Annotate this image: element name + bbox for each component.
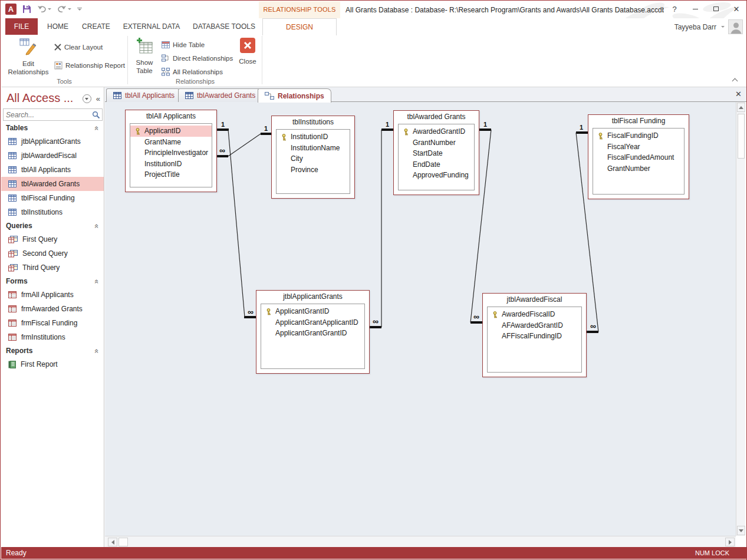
nav-item[interactable]: Second Query bbox=[1, 246, 104, 261]
scroll-left-button[interactable] bbox=[108, 538, 117, 546]
field-row[interactable]: ApplicantGrantID bbox=[264, 306, 362, 317]
nav-item[interactable]: frmAwarded Grants bbox=[1, 302, 104, 316]
help-button[interactable]: ? bbox=[667, 3, 682, 15]
nav-item[interactable]: tblAll Applicants bbox=[1, 163, 104, 177]
field-row[interactable]: ProjectTitle bbox=[133, 169, 209, 180]
nav-item[interactable]: tblInstitutions bbox=[1, 205, 104, 219]
doc-tab-tblall-applicants[interactable]: tblAll Applicants bbox=[106, 88, 182, 102]
tab-create[interactable]: CREATE bbox=[77, 18, 116, 35]
tab-design[interactable]: DESIGN bbox=[262, 18, 337, 35]
direct-relationships-button[interactable]: Direct Relationships bbox=[162, 52, 233, 65]
nav-menu-icon[interactable] bbox=[83, 94, 91, 103]
field-row[interactable]: City bbox=[279, 153, 347, 164]
field-row[interactable]: InstitutionID bbox=[279, 131, 347, 143]
nav-item[interactable]: Third Query bbox=[1, 261, 104, 275]
redo-dropdown-caret[interactable] bbox=[68, 8, 71, 10]
diagram-table-jtblapplicantgrants[interactable]: jtblApplicantGrants ApplicantGrantID App… bbox=[256, 290, 370, 374]
nav-item[interactable]: jtblApplicantGrants bbox=[1, 134, 104, 149]
tab-file[interactable]: FILE bbox=[5, 18, 38, 35]
edit-relationships-button[interactable]: Edit Relationships bbox=[5, 36, 52, 78]
doc-tab-relationships[interactable]: Relationships bbox=[258, 88, 331, 103]
diagram-table-tblinstitutions[interactable]: tblInstitutions InstitutionID Institutio… bbox=[271, 116, 355, 199]
form-icon bbox=[8, 319, 17, 327]
tab-external-data[interactable]: EXTERNAL DATA bbox=[119, 18, 184, 35]
clear-layout-button[interactable]: Clear Layout bbox=[54, 41, 103, 54]
nav-item[interactable]: First Report bbox=[1, 357, 104, 371]
vertical-scroll-thumb[interactable] bbox=[738, 114, 745, 159]
relationship-report-button[interactable]: Relationship Report bbox=[54, 59, 125, 72]
field-row[interactable]: FiscalYear bbox=[595, 141, 682, 153]
field-row[interactable]: GrantName bbox=[133, 137, 209, 148]
field-name: ApplicantGrantApplicantID bbox=[275, 318, 358, 327]
customize-qat-button[interactable] bbox=[77, 8, 82, 11]
collapse-group-icon[interactable]: « bbox=[93, 223, 101, 228]
field-row[interactable]: AwardedFiscalID bbox=[490, 309, 579, 320]
field-row[interactable]: AwardedGrantID bbox=[401, 126, 472, 137]
field-row[interactable]: ApprovedFunding bbox=[401, 170, 472, 181]
tab-database-tools[interactable]: DATABASE TOOLS bbox=[189, 18, 259, 35]
user-dropdown-caret[interactable] bbox=[721, 26, 725, 28]
field-row[interactable]: StartDate bbox=[401, 148, 472, 159]
nav-item[interactable]: tblFiscal Funding bbox=[1, 191, 104, 205]
field-row[interactable]: ApplicantID bbox=[130, 126, 212, 137]
field-row[interactable]: FiscalFundingID bbox=[595, 130, 682, 141]
close-button[interactable]: Close bbox=[235, 36, 261, 78]
diagram-table-jtblawardedfiscal[interactable]: jtblAwardedFiscal AwardedFiscalID AFAwar… bbox=[482, 293, 587, 377]
hide-table-button[interactable]: Hide Table bbox=[162, 38, 205, 51]
field-row[interactable]: ApplicantGrantApplicantID bbox=[264, 317, 362, 328]
collapse-ribbon-button[interactable] bbox=[732, 77, 738, 83]
access-app-icon[interactable]: A bbox=[5, 4, 17, 15]
avatar[interactable] bbox=[728, 19, 743, 34]
field-row[interactable]: ApplicantGrantGrantID bbox=[264, 328, 362, 339]
field-row[interactable]: InstitutionName bbox=[279, 143, 347, 154]
nav-group-tables[interactable]: Tables « bbox=[1, 121, 104, 134]
nav-item-selected[interactable]: tblAwarded Grants bbox=[1, 177, 104, 191]
nav-item[interactable]: jtblAwardedFiscal bbox=[1, 149, 104, 163]
close-document-icon[interactable]: ✕ bbox=[735, 90, 742, 98]
minimize-button[interactable] bbox=[687, 3, 703, 15]
scroll-down-button[interactable] bbox=[737, 526, 745, 535]
field-row[interactable]: AFFiscalFundingID bbox=[490, 331, 579, 342]
tab-home[interactable]: HOME bbox=[42, 18, 73, 35]
diagram-table-tblawarded-grants[interactable]: tblAwarded Grants AwardedGrantID GrantNu… bbox=[393, 110, 479, 195]
field-row[interactable]: PrincipleInvestigator bbox=[133, 147, 209, 159]
shutter-bar-close-icon[interactable]: « bbox=[96, 95, 100, 103]
field-row[interactable]: AFAwardedGrantID bbox=[490, 320, 579, 331]
undo-button[interactable] bbox=[37, 5, 51, 13]
field-row[interactable]: GrantNumber bbox=[401, 137, 472, 149]
nav-item[interactable]: frmInstitutions bbox=[1, 330, 104, 344]
save-button[interactable] bbox=[22, 5, 31, 14]
account-area[interactable]: Tayyeba Darr bbox=[674, 19, 743, 34]
field-row[interactable]: FiscalFundedAmount bbox=[595, 152, 682, 163]
collapse-group-icon[interactable]: « bbox=[93, 279, 101, 283]
diagram-table-tblfiscal-funding[interactable]: tblFiscal Funding FiscalFundingID Fiscal… bbox=[588, 114, 689, 199]
nav-group-queries[interactable]: Queries « bbox=[1, 219, 104, 232]
field-row[interactable]: GrantNumber bbox=[595, 163, 682, 174]
diagram-table-tblall-applicants[interactable]: tblAll Applicants ApplicantID GrantName … bbox=[125, 110, 217, 192]
nav-item[interactable]: frmAll Applicants bbox=[1, 288, 104, 302]
vertical-scrollbar[interactable] bbox=[736, 102, 745, 536]
collapse-group-icon[interactable]: « bbox=[93, 348, 101, 353]
all-relationships-button[interactable]: All Relationships bbox=[162, 65, 223, 78]
nav-group-forms[interactable]: Forms « bbox=[1, 275, 104, 288]
close-window-button[interactable]: ✕ bbox=[729, 3, 744, 15]
horizontal-scrollbar[interactable] bbox=[105, 536, 736, 548]
maximize-button[interactable] bbox=[708, 3, 723, 15]
collapse-group-icon[interactable]: « bbox=[93, 126, 101, 130]
field-row[interactable]: InstitutionID bbox=[133, 159, 209, 170]
search-icon[interactable] bbox=[92, 111, 100, 119]
field-row[interactable]: Province bbox=[279, 164, 347, 176]
field-row[interactable]: EndDate bbox=[401, 159, 472, 170]
redo-button[interactable] bbox=[57, 5, 71, 13]
show-table-button[interactable]: Show Table bbox=[131, 36, 158, 78]
nav-item[interactable]: First Query bbox=[1, 232, 104, 246]
undo-dropdown-caret[interactable] bbox=[48, 8, 51, 10]
doc-tab-tblawarded-grants[interactable]: tblAwarded Grants bbox=[178, 88, 262, 102]
nav-group-reports[interactable]: Reports « bbox=[1, 344, 104, 357]
horizontal-scroll-thumb[interactable] bbox=[119, 538, 128, 546]
scroll-up-button[interactable] bbox=[737, 103, 745, 112]
relationships-canvas[interactable]: 1 ∞ ∞ 1 1 ∞ bbox=[105, 102, 736, 536]
search-input[interactable] bbox=[4, 111, 92, 119]
nav-item[interactable]: frmFiscal Funding bbox=[1, 316, 104, 330]
scroll-right-button[interactable] bbox=[725, 538, 735, 546]
